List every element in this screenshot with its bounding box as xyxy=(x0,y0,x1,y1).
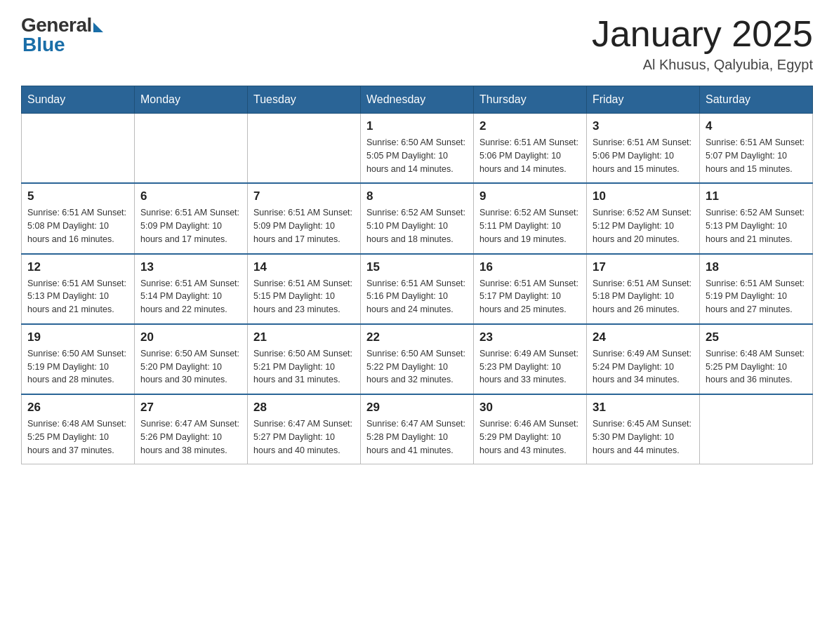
day-number: 14 xyxy=(253,260,355,274)
day-info: Sunrise: 6:48 AM Sunset: 5:25 PM Dayligh… xyxy=(706,347,807,387)
day-number: 10 xyxy=(593,189,694,203)
calendar-day-cell: 14Sunrise: 6:51 AM Sunset: 5:15 PM Dayli… xyxy=(248,254,361,324)
day-number: 18 xyxy=(706,260,807,274)
day-info: Sunrise: 6:52 AM Sunset: 5:11 PM Dayligh… xyxy=(479,206,581,246)
calendar-day-cell: 29Sunrise: 6:47 AM Sunset: 5:28 PM Dayli… xyxy=(361,394,474,464)
calendar-day-cell: 3Sunrise: 6:51 AM Sunset: 5:06 PM Daylig… xyxy=(587,114,700,184)
calendar-day-cell: 5Sunrise: 6:51 AM Sunset: 5:08 PM Daylig… xyxy=(22,183,135,253)
day-info: Sunrise: 6:51 AM Sunset: 5:18 PM Dayligh… xyxy=(593,277,694,316)
day-number: 16 xyxy=(479,260,581,274)
day-number: 29 xyxy=(366,401,468,415)
day-info: Sunrise: 6:50 AM Sunset: 5:20 PM Dayligh… xyxy=(140,347,241,387)
calendar-day-cell xyxy=(135,114,248,184)
day-of-week-header: Thursday xyxy=(474,86,587,114)
day-number: 7 xyxy=(253,189,355,203)
calendar-week-row: 1Sunrise: 6:50 AM Sunset: 5:05 PM Daylig… xyxy=(22,114,813,184)
day-info: Sunrise: 6:51 AM Sunset: 5:15 PM Dayligh… xyxy=(253,277,355,316)
day-info: Sunrise: 6:51 AM Sunset: 5:16 PM Dayligh… xyxy=(366,277,468,316)
calendar-day-cell: 24Sunrise: 6:49 AM Sunset: 5:24 PM Dayli… xyxy=(587,324,700,394)
calendar-day-cell: 16Sunrise: 6:51 AM Sunset: 5:17 PM Dayli… xyxy=(474,254,587,324)
day-number: 25 xyxy=(706,330,807,344)
calendar-day-cell: 9Sunrise: 6:52 AM Sunset: 5:11 PM Daylig… xyxy=(474,183,587,253)
calendar-day-cell: 22Sunrise: 6:50 AM Sunset: 5:22 PM Dayli… xyxy=(361,324,474,394)
day-number: 13 xyxy=(140,260,241,274)
calendar-day-cell: 18Sunrise: 6:51 AM Sunset: 5:19 PM Dayli… xyxy=(700,254,813,324)
day-number: 17 xyxy=(593,260,694,274)
calendar-day-cell: 8Sunrise: 6:52 AM Sunset: 5:10 PM Daylig… xyxy=(361,183,474,253)
calendar-day-cell: 20Sunrise: 6:50 AM Sunset: 5:20 PM Dayli… xyxy=(135,324,248,394)
day-number: 24 xyxy=(593,330,694,344)
day-info: Sunrise: 6:51 AM Sunset: 5:08 PM Dayligh… xyxy=(27,206,128,246)
day-of-week-header: Saturday xyxy=(700,86,813,114)
day-info: Sunrise: 6:51 AM Sunset: 5:13 PM Dayligh… xyxy=(27,277,128,316)
day-info: Sunrise: 6:45 AM Sunset: 5:30 PM Dayligh… xyxy=(593,417,694,457)
page-header: General Blue January 2025 Al Khusus, Qal… xyxy=(21,14,813,73)
day-number: 20 xyxy=(140,330,241,344)
calendar-day-cell: 11Sunrise: 6:52 AM Sunset: 5:13 PM Dayli… xyxy=(700,183,813,253)
calendar-week-row: 26Sunrise: 6:48 AM Sunset: 5:25 PM Dayli… xyxy=(22,394,813,464)
day-number: 19 xyxy=(27,330,128,344)
calendar-day-cell: 25Sunrise: 6:48 AM Sunset: 5:25 PM Dayli… xyxy=(700,324,813,394)
logo-arrow-icon xyxy=(93,22,103,32)
day-info: Sunrise: 6:52 AM Sunset: 5:12 PM Dayligh… xyxy=(593,206,694,246)
day-number: 26 xyxy=(27,401,128,415)
day-info: Sunrise: 6:47 AM Sunset: 5:28 PM Dayligh… xyxy=(366,417,468,457)
calendar-day-cell: 1Sunrise: 6:50 AM Sunset: 5:05 PM Daylig… xyxy=(361,114,474,184)
day-info: Sunrise: 6:51 AM Sunset: 5:09 PM Dayligh… xyxy=(253,206,355,246)
day-info: Sunrise: 6:49 AM Sunset: 5:24 PM Dayligh… xyxy=(593,347,694,387)
day-info: Sunrise: 6:51 AM Sunset: 5:19 PM Dayligh… xyxy=(706,277,807,316)
day-number: 6 xyxy=(140,189,241,203)
day-info: Sunrise: 6:52 AM Sunset: 5:13 PM Dayligh… xyxy=(706,206,807,246)
day-number: 31 xyxy=(593,401,694,415)
day-number: 22 xyxy=(366,330,468,344)
day-info: Sunrise: 6:46 AM Sunset: 5:29 PM Dayligh… xyxy=(479,417,581,457)
day-number: 30 xyxy=(479,401,581,415)
calendar-week-row: 19Sunrise: 6:50 AM Sunset: 5:19 PM Dayli… xyxy=(22,324,813,394)
calendar-day-cell: 27Sunrise: 6:47 AM Sunset: 5:26 PM Dayli… xyxy=(135,394,248,464)
calendar-day-cell: 12Sunrise: 6:51 AM Sunset: 5:13 PM Dayli… xyxy=(22,254,135,324)
calendar-header-row: SundayMondayTuesdayWednesdayThursdayFrid… xyxy=(22,86,813,114)
day-of-week-header: Monday xyxy=(135,86,248,114)
calendar-day-cell: 15Sunrise: 6:51 AM Sunset: 5:16 PM Dayli… xyxy=(361,254,474,324)
day-number: 9 xyxy=(479,189,581,203)
calendar-day-cell: 6Sunrise: 6:51 AM Sunset: 5:09 PM Daylig… xyxy=(135,183,248,253)
day-number: 3 xyxy=(593,119,694,133)
day-number: 21 xyxy=(253,330,355,344)
title-section: January 2025 Al Khusus, Qalyubia, Egypt xyxy=(592,14,813,73)
day-number: 28 xyxy=(253,401,355,415)
location-text: Al Khusus, Qalyubia, Egypt xyxy=(592,57,813,73)
calendar-day-cell: 19Sunrise: 6:50 AM Sunset: 5:19 PM Dayli… xyxy=(22,324,135,394)
calendar-day-cell: 21Sunrise: 6:50 AM Sunset: 5:21 PM Dayli… xyxy=(248,324,361,394)
day-info: Sunrise: 6:52 AM Sunset: 5:10 PM Dayligh… xyxy=(366,206,468,246)
calendar-day-cell: 10Sunrise: 6:52 AM Sunset: 5:12 PM Dayli… xyxy=(587,183,700,253)
day-number: 12 xyxy=(27,260,128,274)
day-info: Sunrise: 6:51 AM Sunset: 5:06 PM Dayligh… xyxy=(593,136,694,175)
calendar-day-cell: 17Sunrise: 6:51 AM Sunset: 5:18 PM Dayli… xyxy=(587,254,700,324)
day-info: Sunrise: 6:51 AM Sunset: 5:07 PM Dayligh… xyxy=(706,136,807,175)
calendar-day-cell xyxy=(22,114,135,184)
day-number: 27 xyxy=(140,401,241,415)
day-number: 8 xyxy=(366,189,468,203)
day-info: Sunrise: 6:50 AM Sunset: 5:19 PM Dayligh… xyxy=(27,347,128,387)
day-number: 23 xyxy=(479,330,581,344)
day-info: Sunrise: 6:51 AM Sunset: 5:14 PM Dayligh… xyxy=(140,277,241,316)
logo-blue-text: Blue xyxy=(21,34,65,56)
day-number: 11 xyxy=(706,189,807,203)
calendar-day-cell: 2Sunrise: 6:51 AM Sunset: 5:06 PM Daylig… xyxy=(474,114,587,184)
day-info: Sunrise: 6:49 AM Sunset: 5:23 PM Dayligh… xyxy=(479,347,581,387)
day-of-week-header: Wednesday xyxy=(361,86,474,114)
calendar-day-cell: 30Sunrise: 6:46 AM Sunset: 5:29 PM Dayli… xyxy=(474,394,587,464)
calendar-day-cell: 7Sunrise: 6:51 AM Sunset: 5:09 PM Daylig… xyxy=(248,183,361,253)
day-number: 1 xyxy=(366,119,468,133)
day-info: Sunrise: 6:47 AM Sunset: 5:27 PM Dayligh… xyxy=(253,417,355,457)
day-info: Sunrise: 6:50 AM Sunset: 5:22 PM Dayligh… xyxy=(366,347,468,387)
calendar-day-cell: 13Sunrise: 6:51 AM Sunset: 5:14 PM Dayli… xyxy=(135,254,248,324)
logo: General Blue xyxy=(21,14,103,56)
day-info: Sunrise: 6:51 AM Sunset: 5:06 PM Dayligh… xyxy=(479,136,581,175)
day-number: 15 xyxy=(366,260,468,274)
calendar-day-cell: 28Sunrise: 6:47 AM Sunset: 5:27 PM Dayli… xyxy=(248,394,361,464)
day-number: 2 xyxy=(479,119,581,133)
calendar-day-cell: 4Sunrise: 6:51 AM Sunset: 5:07 PM Daylig… xyxy=(700,114,813,184)
day-info: Sunrise: 6:51 AM Sunset: 5:09 PM Dayligh… xyxy=(140,206,241,246)
calendar-table: SundayMondayTuesdayWednesdayThursdayFrid… xyxy=(21,86,813,464)
